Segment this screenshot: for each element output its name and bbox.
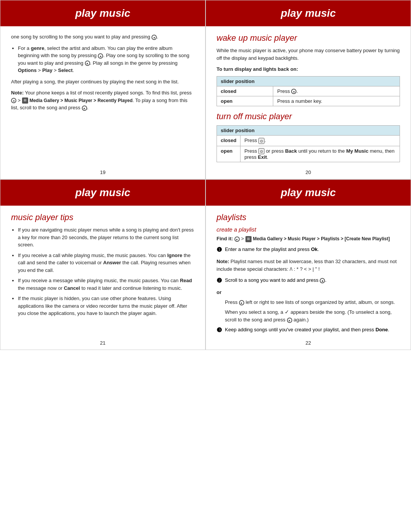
panel-bottom-left-content: music player tips If you are navigating … bbox=[0, 212, 205, 317]
page-grid: play music one song by scrolling to the … bbox=[0, 0, 411, 350]
wake-open-label: open bbox=[217, 96, 273, 106]
step-3: ❸ Keep adding songs until you've created… bbox=[217, 326, 400, 334]
end-icon-open: ⊙ bbox=[258, 148, 264, 154]
tip-2: If you receive a call while playing musi… bbox=[18, 252, 194, 274]
step-1: ❶ Enter a name for the playlist and pres… bbox=[217, 246, 400, 254]
nav-icon-unselect: ✦ bbox=[287, 318, 292, 323]
nav-icon-wake-closed: ✦ bbox=[291, 89, 296, 94]
when-text: When you select a song, a ✓ appears besi… bbox=[225, 308, 400, 324]
media-gallery-icon-pl: ⊞ bbox=[245, 236, 252, 242]
panel-top-left-content: one song by scrolling to the song you wa… bbox=[0, 33, 205, 112]
page-num-21: 21 bbox=[100, 340, 105, 346]
turn-open-label: open bbox=[217, 146, 241, 162]
nav-icon-5: ✦ bbox=[82, 105, 87, 111]
select-bold: Select bbox=[58, 67, 73, 73]
note-playlist: Note: Playlist names must be all lowerca… bbox=[217, 258, 400, 273]
turn-open-value: Press ⊙ or press Back until you return t… bbox=[241, 146, 400, 162]
tip-4: If the music player is hidden, you can u… bbox=[18, 295, 194, 317]
page-num-19: 19 bbox=[100, 169, 105, 175]
turn-closed-label: closed bbox=[217, 136, 241, 146]
turn-closed-value: Press ⊙. bbox=[241, 136, 400, 146]
panel-bottom-left-header: play music bbox=[0, 180, 205, 206]
wake-section-title: wake up music player bbox=[217, 33, 400, 43]
media-gallery-icon: ⊞ bbox=[22, 97, 28, 104]
to-turn-label: To turn display and lights back on: bbox=[217, 66, 400, 73]
nav-icon-3: ✦ bbox=[85, 61, 90, 66]
tip-1: If you are navigating music player menus… bbox=[18, 226, 194, 249]
wake-intro: While the music player is active, your p… bbox=[217, 47, 400, 62]
step-num-2: ❷ bbox=[217, 276, 222, 285]
step-num-3: ❸ bbox=[217, 326, 222, 334]
wake-closed-label: closed bbox=[217, 86, 273, 96]
tips-section-title: music player tips bbox=[11, 212, 194, 222]
note-label1: Note: bbox=[11, 90, 24, 96]
turn-off-table-header: slider position bbox=[217, 126, 400, 136]
nav-icon-or: ✦ bbox=[239, 300, 244, 305]
panel-bottom-left: play music music player tips If you are … bbox=[0, 179, 206, 350]
top-left-para-after: After playing a song, the player continu… bbox=[11, 78, 194, 86]
find-it-nav: Media Gallery > Music Player > Playlists… bbox=[253, 236, 390, 241]
options-bold: Options bbox=[18, 67, 37, 73]
step-text-3: Keep adding songs until you've created y… bbox=[225, 326, 400, 334]
top-left-note: Note: Your phone keeps a list of most re… bbox=[11, 89, 194, 112]
turn-off-section-title: turn off music player bbox=[217, 112, 400, 121]
panel-top-right-header: play music bbox=[206, 0, 411, 26]
nav-icon-step2: ✦ bbox=[320, 278, 325, 283]
wake-open-value: Press a number key. bbox=[273, 96, 400, 106]
nav-text-1: Media Gallery > Music Player > Recently … bbox=[29, 98, 132, 103]
or-label: or bbox=[217, 289, 400, 296]
panel-top-right-content: wake up music player While the music pla… bbox=[206, 33, 411, 162]
note-label-pl: Note: bbox=[217, 259, 229, 264]
create-playlist-title: create a playlist bbox=[217, 226, 400, 233]
wake-closed-value: Press ✦. bbox=[273, 86, 400, 96]
step-text-2: Scroll to a song you want to add and pre… bbox=[225, 276, 400, 284]
turn-off-table: slider position closed Press ⊙. open Pre… bbox=[217, 125, 400, 162]
wake-table-header: slider position bbox=[217, 76, 400, 86]
panel-top-left-header: play music bbox=[0, 0, 205, 26]
top-left-list-item-genre: For a genre, select the artist and album… bbox=[18, 45, 194, 74]
top-left-list: For a genre, select the artist and album… bbox=[18, 45, 194, 74]
step-2: ❷ Scroll to a song you want to add and p… bbox=[217, 276, 400, 285]
nav-icon-4: ✦ bbox=[11, 98, 16, 103]
page-num-20: 20 bbox=[306, 169, 311, 175]
find-it-text: Find it: ✦ > ⊞ Media Gallery > Music Pla… bbox=[217, 235, 400, 243]
play-bold: Play bbox=[42, 67, 53, 73]
panel-top-left: play music one song by scrolling to the … bbox=[0, 0, 206, 179]
nav-icon-1: ✦ bbox=[151, 35, 157, 40]
checkmark-icon: ✓ bbox=[285, 309, 289, 315]
end-icon-closed: ⊙ bbox=[258, 138, 264, 144]
panel-bottom-right-content: playlists create a playlist Find it: ✦ >… bbox=[206, 212, 411, 334]
playlists-section-title: playlists bbox=[217, 212, 400, 222]
tips-list: If you are navigating music player menus… bbox=[18, 226, 194, 317]
wake-table: slider position closed Press ✦. open Pre… bbox=[217, 76, 400, 107]
nav-icon-2: ✦ bbox=[98, 53, 103, 59]
page-num-22: 22 bbox=[306, 340, 311, 346]
genre-bold: genre bbox=[31, 45, 44, 51]
panel-bottom-right: play music playlists create a playlist F… bbox=[206, 179, 411, 350]
find-it-label: Find it: bbox=[217, 236, 233, 241]
panel-top-right: play music wake up music player While th… bbox=[206, 0, 411, 179]
nav-icon-find: ✦ bbox=[234, 236, 240, 242]
panel-bottom-right-header: play music bbox=[206, 180, 411, 206]
step-num-1: ❶ bbox=[217, 246, 222, 254]
tip-3: If you receive a message while playing m… bbox=[18, 277, 194, 292]
step-text-1: Enter a name for the playlist and press … bbox=[225, 246, 400, 253]
top-left-para1: one song by scrolling to the song you wa… bbox=[11, 33, 194, 41]
or-text: Press ✦ left or right to see lists of so… bbox=[225, 299, 400, 306]
